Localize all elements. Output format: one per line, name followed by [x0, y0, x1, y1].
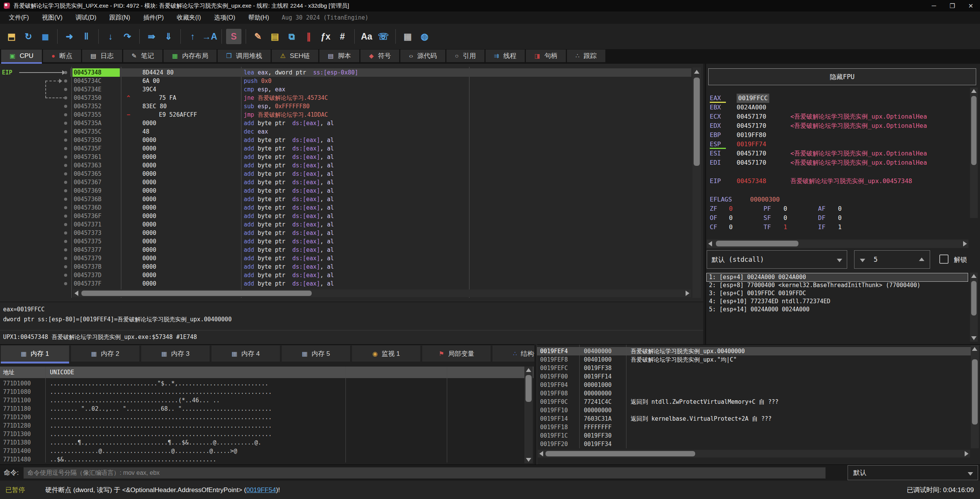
dump-tab-监视 1[interactable]: ◉监视 1 — [352, 345, 420, 362]
dump-tab-内存 1[interactable]: ▦内存 1 — [1, 345, 69, 362]
close-button[interactable]: ✕ — [962, 0, 980, 12]
disasm-row[interactable]: 0045735C48dec eax — [70, 127, 691, 136]
breakpoint-dot[interactable] — [64, 96, 67, 99]
scylla-dump-button[interactable]: S — [226, 29, 241, 44]
disasm-row[interactable]: 0045735A0000add byte ptr ds:[eax], al — [70, 119, 691, 127]
breakpoint-dot[interactable] — [64, 257, 67, 260]
trace-over-button[interactable]: ⇓ — [161, 29, 176, 44]
disasm-row[interactable]: 004573790000add byte ptr ds:[eax], al — [70, 254, 691, 263]
scroll-right-icon[interactable] — [965, 451, 968, 456]
flag-value-ZF[interactable]: 0 — [729, 204, 733, 213]
breakpoint-dot[interactable] — [64, 198, 67, 201]
assemble-button[interactable]: ✎ — [250, 29, 266, 44]
scrollbar-thumb[interactable] — [971, 96, 977, 165]
stack-vscrollbar[interactable] — [971, 345, 979, 448]
breakpoint-dot[interactable] — [64, 155, 67, 159]
disasm-row[interactable]: 004573770000add byte ptr ds:[eax], al — [70, 246, 691, 254]
arguments-vscrollbar[interactable] — [970, 273, 978, 342]
flag-name-OF[interactable]: OF — [710, 213, 717, 223]
stop-button[interactable]: ◼ — [38, 29, 53, 44]
flag-name-SF[interactable]: SF — [764, 213, 771, 223]
disasm-row[interactable]: 004573488D4424 80lea eax, dword ptr ss:[… — [70, 68, 691, 77]
tab-引用[interactable]: ○引用 — [446, 50, 484, 62]
disasm-row[interactable]: 0045737B0000add byte ptr ds:[eax], al — [70, 263, 691, 271]
scrollbar-thumb[interactable] — [526, 375, 532, 402]
scrollbar-thumb[interactable] — [972, 359, 978, 425]
restart-button[interactable]: ↻ — [21, 29, 36, 44]
dump-col-unicode[interactable]: UNICODE — [50, 367, 74, 378]
disasm-row[interactable]: 004573750000add byte ptr ds:[eax], al — [70, 237, 691, 246]
breakpoint-dot[interactable] — [64, 265, 67, 268]
tab-内存布局[interactable]: ▦内存布局 — [164, 50, 216, 62]
dump-vscrollbar[interactable] — [524, 367, 533, 463]
disasm-row[interactable]: 004573630000add byte ptr ds:[eax], al — [70, 161, 691, 170]
breakpoint-dot[interactable] — [64, 231, 67, 235]
breakpoint-dot[interactable] — [64, 181, 67, 184]
flag-value-OF[interactable]: 0 — [729, 213, 733, 223]
stack-row[interactable]: 0019FF147603C31A返回到 kernelbase.VirtualPr… — [537, 415, 971, 423]
tab-跟踪[interactable]: ∴跟踪 — [567, 50, 605, 62]
stack-row[interactable]: 0019FF0800000000 — [537, 389, 971, 398]
breakpoint-dot[interactable] — [64, 79, 67, 83]
breakpoint-dot[interactable] — [64, 164, 67, 167]
stack-row[interactable]: 0019FEF400400000吾爱破解论坛学习脱壳实例_upx.0040000… — [537, 347, 971, 355]
disasm-row[interactable]: 0045735F0000add byte ptr ds:[eax], al — [70, 144, 691, 153]
disasm-row[interactable]: 0045735283EC 80sub esp, 0xFFFFFF80 — [70, 102, 691, 111]
breakpoint-dot[interactable] — [64, 240, 67, 243]
dump-tab-结构体[interactable]: ∴结构体 — [492, 345, 534, 362]
disassembly-vscrollbar[interactable] — [692, 68, 701, 298]
breakpoint-dot[interactable] — [64, 215, 67, 218]
breakpoint-dot[interactable] — [64, 206, 67, 209]
scroll-up-icon[interactable] — [971, 89, 977, 93]
register-row-eip[interactable]: EIP00457348吾爱破解论坛学习脱壳实例_upx.00457348 — [706, 177, 971, 186]
spin-down-icon[interactable] — [860, 259, 865, 262]
flag-name-DF[interactable]: DF — [818, 213, 825, 223]
disasm-row[interactable]: 0045734E39C4cmp esp, eax — [70, 85, 691, 94]
breakpoint-dot[interactable] — [64, 88, 67, 91]
dump-tab-局部变量[interactable]: ⚑局部变量 — [422, 345, 491, 362]
stack-row[interactable]: 0019FF18FFFFFFFF — [537, 423, 971, 431]
scroll-up-icon[interactable] — [971, 274, 977, 278]
stack-row[interactable]: 0019FF200019FF34 — [537, 440, 971, 448]
scroll-up-icon[interactable] — [526, 368, 531, 372]
argument-row[interactable]: 2: [esp+8] 77000400 <kernel32.BaseThread… — [707, 281, 968, 289]
run-button[interactable]: ➜ — [62, 29, 77, 44]
flag-name-PF[interactable]: PF — [764, 204, 771, 213]
disasm-row[interactable]: 0045736D0000add byte ptr ds:[eax], al — [70, 203, 691, 212]
tab-断点[interactable]: ●断点 — [43, 50, 81, 62]
disasm-row[interactable]: 0045737F0000add byte ptr ds:[eax], al — [70, 279, 691, 288]
minimize-button[interactable]: ─ — [925, 0, 943, 12]
appearance-button[interactable]: Aa — [359, 29, 374, 44]
hash-button[interactable]: # — [335, 29, 350, 44]
execute-till-return-button[interactable]: ↑ — [185, 29, 200, 44]
scroll-down-icon[interactable] — [971, 336, 977, 340]
register-row-ebx[interactable]: EBX0024A000 — [706, 103, 971, 112]
scrollbar-thumb[interactable] — [694, 78, 700, 166]
scroll-left-icon[interactable] — [708, 241, 712, 246]
breakpoint-dot[interactable] — [64, 172, 67, 175]
tab-调用堆栈[interactable]: ❒调用堆栈 — [218, 50, 270, 62]
disasm-row[interactable]: 0045736B0000add byte ptr ds:[eax], al — [70, 195, 691, 203]
menu-item-跟踪(N)[interactable]: 跟踪(N) — [103, 12, 137, 24]
tab-句柄[interactable]: ◨句柄 — [526, 50, 566, 62]
tab-脚本[interactable]: ▤脚本 — [319, 50, 359, 62]
status-address-link[interactable]: 0019FF54 — [246, 486, 276, 494]
scroll-right-icon[interactable] — [963, 241, 967, 246]
unlock-checkbox[interactable] — [939, 254, 949, 264]
tab-笔记[interactable]: ✎笔记 — [123, 50, 162, 62]
scrollbar-thumb[interactable] — [545, 451, 695, 456]
argument-row[interactable]: 5: [esp+14] 0024A000 0024A000 — [707, 306, 968, 314]
trace-into-button[interactable]: ⇛ — [144, 29, 159, 44]
argument-row[interactable]: 1: [esp+4] 0024A000 0024A000 — [707, 273, 968, 281]
tab-SEH链[interactable]: ⚠SEH链 — [272, 50, 318, 62]
register-row-ebp[interactable]: EBP0019FF80 — [706, 131, 971, 140]
registers-vscrollbar[interactable] — [970, 88, 978, 218]
hide-fpu-button[interactable]: 隐藏FPU — [708, 68, 976, 85]
scrollbar-thumb[interactable] — [716, 241, 798, 246]
breakpoint-dot[interactable] — [64, 130, 67, 133]
flag-name-AF[interactable]: AF — [818, 204, 825, 213]
scroll-up-icon[interactable] — [972, 347, 977, 351]
disasm-row[interactable]: 004573670000add byte ptr ds:[eax], al — [70, 178, 691, 187]
patches-button[interactable]: ∥ — [301, 29, 316, 44]
disasm-row[interactable]: 0045737D0000add byte ptr ds:[eax], al — [70, 271, 691, 279]
